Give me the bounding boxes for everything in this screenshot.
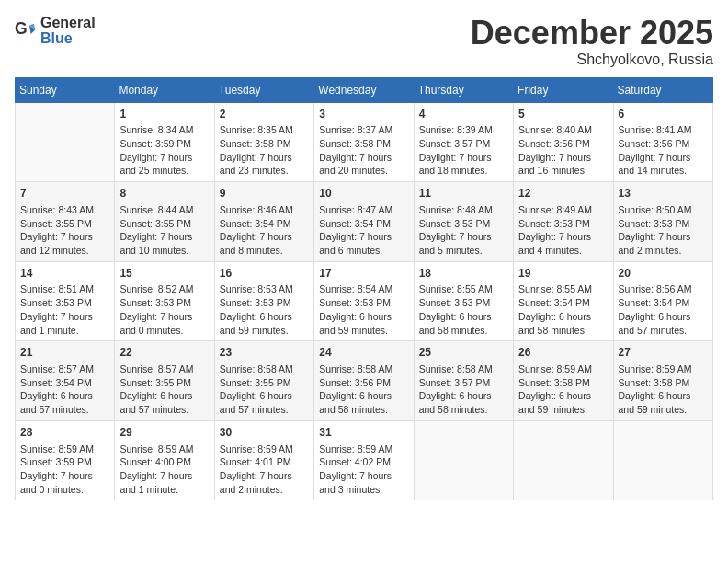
calendar-cell: 20Sunrise: 8:56 AMSunset: 3:54 PMDayligh… [613,261,712,341]
day-of-week-monday: Monday [115,77,214,102]
calendar-cell: 25Sunrise: 8:58 AMSunset: 3:57 PMDayligh… [414,341,513,421]
day-info: Sunrise: 8:39 AMSunset: 3:57 PMDaylight:… [419,123,508,178]
day-number: 17 [319,266,408,282]
day-info: Sunrise: 8:48 AMSunset: 3:53 PMDaylight:… [419,203,508,258]
day-number: 19 [518,266,608,282]
day-number: 22 [119,345,209,361]
logo: G General Blue [15,15,96,46]
calendar-table: SundayMondayTuesdayWednesdayThursdayFrid… [15,77,713,501]
logo-general: General [40,15,96,31]
day-info: Sunrise: 8:57 AMSunset: 3:54 PMDaylight:… [20,362,109,417]
day-info: Sunrise: 8:59 AMSunset: 3:58 PMDaylight:… [518,362,608,417]
day-number: 27 [619,345,708,361]
day-number: 3 [319,107,408,122]
logo-icon: G [15,19,37,41]
day-info: Sunrise: 8:40 AMSunset: 3:56 PMDaylight:… [518,123,608,178]
day-of-week-friday: Friday [514,77,613,102]
day-of-week-tuesday: Tuesday [214,77,313,102]
calendar-cell: 8Sunrise: 8:44 AMSunset: 3:55 PMDaylight… [115,182,214,262]
day-info: Sunrise: 8:58 AMSunset: 3:56 PMDaylight:… [319,362,408,417]
day-info: Sunrise: 8:49 AMSunset: 3:53 PMDaylight:… [518,203,608,258]
day-info: Sunrise: 8:59 AMSunset: 3:59 PMDaylight:… [20,442,109,497]
day-info: Sunrise: 8:55 AMSunset: 3:53 PMDaylight:… [419,282,508,337]
day-of-week-wednesday: Wednesday [314,77,414,102]
calendar-cell: 10Sunrise: 8:47 AMSunset: 3:54 PMDayligh… [314,182,414,262]
calendar-cell: 31Sunrise: 8:59 AMSunset: 4:02 PMDayligh… [314,420,414,500]
day-number: 1 [119,107,209,122]
day-number: 5 [518,107,608,122]
calendar-cell: 22Sunrise: 8:57 AMSunset: 3:55 PMDayligh… [115,341,214,421]
calendar-cell: 6Sunrise: 8:41 AMSunset: 3:56 PMDaylight… [613,102,712,182]
calendar-cell: 18Sunrise: 8:55 AMSunset: 3:53 PMDayligh… [414,261,513,341]
calendar-cell: 19Sunrise: 8:55 AMSunset: 3:54 PMDayligh… [514,261,613,341]
day-info: Sunrise: 8:35 AMSunset: 3:58 PMDaylight:… [220,123,309,178]
day-info: Sunrise: 8:51 AMSunset: 3:53 PMDaylight:… [20,282,109,337]
day-number: 31 [319,425,408,441]
calendar-cell: 17Sunrise: 8:54 AMSunset: 3:53 PMDayligh… [314,261,414,341]
day-info: Sunrise: 8:46 AMSunset: 3:54 PMDaylight:… [220,203,309,258]
day-info: Sunrise: 8:57 AMSunset: 3:55 PMDaylight:… [119,362,209,417]
day-number: 29 [119,425,209,441]
day-info: Sunrise: 8:43 AMSunset: 3:55 PMDaylight:… [20,203,109,258]
month-title: December 2025 [471,15,713,52]
day-number: 15 [119,266,209,282]
calendar-cell: 12Sunrise: 8:49 AMSunset: 3:53 PMDayligh… [514,182,613,262]
day-info: Sunrise: 8:47 AMSunset: 3:54 PMDaylight:… [319,203,408,258]
logo-blue: Blue [40,31,96,46]
calendar-cell [613,420,712,500]
day-info: Sunrise: 8:59 AMSunset: 4:00 PMDaylight:… [119,442,209,497]
week-row-1: 1Sunrise: 8:34 AMSunset: 3:59 PMDaylight… [16,102,713,182]
day-number: 14 [20,266,109,282]
day-number: 16 [220,266,309,282]
calendar-cell: 28Sunrise: 8:59 AMSunset: 3:59 PMDayligh… [16,420,115,500]
day-number: 28 [20,425,109,441]
calendar-header: SundayMondayTuesdayWednesdayThursdayFrid… [16,77,713,102]
day-info: Sunrise: 8:59 AMSunset: 4:01 PMDaylight:… [220,442,309,497]
calendar-cell: 23Sunrise: 8:58 AMSunset: 3:55 PMDayligh… [214,341,313,421]
week-row-5: 28Sunrise: 8:59 AMSunset: 3:59 PMDayligh… [16,420,713,500]
day-info: Sunrise: 8:52 AMSunset: 3:53 PMDaylight:… [119,282,209,337]
header: G General Blue December 2025 Shchyolkovo… [15,15,713,68]
day-info: Sunrise: 8:44 AMSunset: 3:55 PMDaylight:… [119,203,209,258]
day-number: 8 [119,186,209,201]
calendar-cell: 27Sunrise: 8:59 AMSunset: 3:58 PMDayligh… [613,341,712,421]
day-info: Sunrise: 8:50 AMSunset: 3:53 PMDaylight:… [619,203,708,258]
day-info: Sunrise: 8:55 AMSunset: 3:54 PMDaylight:… [518,282,608,337]
day-number: 20 [619,266,708,282]
calendar-cell: 1Sunrise: 8:34 AMSunset: 3:59 PMDaylight… [115,102,214,182]
calendar-cell: 26Sunrise: 8:59 AMSunset: 3:58 PMDayligh… [514,341,613,421]
day-of-week-saturday: Saturday [613,77,712,102]
week-row-4: 21Sunrise: 8:57 AMSunset: 3:54 PMDayligh… [16,341,713,421]
day-number: 13 [619,186,708,201]
calendar-cell: 9Sunrise: 8:46 AMSunset: 3:54 PMDaylight… [214,182,313,262]
day-number: 21 [20,345,109,361]
title-area: December 2025 Shchyolkovo, Russia [471,15,713,68]
day-number: 6 [619,107,708,122]
calendar-body: 1Sunrise: 8:34 AMSunset: 3:59 PMDaylight… [16,102,713,500]
day-number: 4 [419,107,508,122]
calendar-cell: 13Sunrise: 8:50 AMSunset: 3:53 PMDayligh… [613,182,712,262]
day-of-week-sunday: Sunday [16,77,115,102]
calendar-cell: 24Sunrise: 8:58 AMSunset: 3:56 PMDayligh… [314,341,414,421]
calendar-cell: 15Sunrise: 8:52 AMSunset: 3:53 PMDayligh… [115,261,214,341]
day-number: 18 [419,266,508,282]
day-info: Sunrise: 8:58 AMSunset: 3:57 PMDaylight:… [419,362,508,417]
calendar-cell: 5Sunrise: 8:40 AMSunset: 3:56 PMDaylight… [514,102,613,182]
day-info: Sunrise: 8:37 AMSunset: 3:58 PMDaylight:… [319,123,408,178]
calendar-cell [16,102,115,182]
calendar-cell: 21Sunrise: 8:57 AMSunset: 3:54 PMDayligh… [16,341,115,421]
day-info: Sunrise: 8:53 AMSunset: 3:53 PMDaylight:… [220,282,309,337]
svg-text:G: G [15,19,28,38]
day-info: Sunrise: 8:58 AMSunset: 3:55 PMDaylight:… [220,362,309,417]
calendar-cell [414,420,513,500]
days-of-week-row: SundayMondayTuesdayWednesdayThursdayFrid… [16,77,713,102]
calendar-cell: 16Sunrise: 8:53 AMSunset: 3:53 PMDayligh… [214,261,313,341]
day-number: 23 [220,345,309,361]
day-number: 2 [220,107,309,122]
day-info: Sunrise: 8:59 AMSunset: 4:02 PMDaylight:… [319,442,408,497]
week-row-2: 7Sunrise: 8:43 AMSunset: 3:55 PMDaylight… [16,182,713,262]
day-number: 11 [419,186,508,201]
day-number: 26 [518,345,608,361]
day-number: 30 [220,425,309,441]
location: Shchyolkovo, Russia [471,52,713,68]
